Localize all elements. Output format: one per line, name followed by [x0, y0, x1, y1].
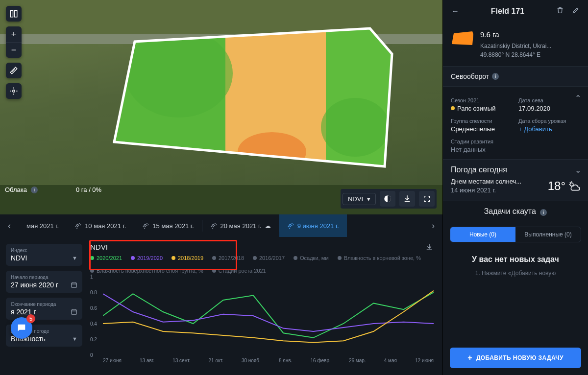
info-icon[interactable]: i — [540, 209, 547, 216]
tab-done-tasks[interactable]: Выполненные (0) — [515, 227, 581, 242]
chart-download-button[interactable] — [425, 243, 434, 254]
edit-button[interactable] — [570, 6, 581, 16]
date-item[interactable]: 15 мая 2021 г. — [134, 214, 201, 237]
sowing-date: 17.09.2020 — [518, 105, 580, 112]
date-item[interactable]: мая 2021 г. — [19, 214, 67, 237]
measure-button[interactable] — [6, 63, 22, 78]
svg-marker-16 — [452, 31, 473, 45]
date-item[interactable]: 10 мая 2021 г. — [67, 214, 134, 237]
cloud-icon: ☁ — [265, 222, 271, 230]
weather-block: Погода сегодня ⌄ Днем местами солнеч... … — [443, 159, 588, 201]
info-icon[interactable]: i — [31, 187, 38, 193]
sidebar: ← Field 171 9.6 га Kazatinskiy District,… — [442, 0, 588, 375]
period-start-select[interactable]: Начало периода 27 июня 2020 г — [6, 271, 82, 293]
weather-heading: Погода сегодня — [451, 165, 507, 174]
svg-rect-11 — [15, 10, 17, 17]
tab-new-tasks[interactable]: Новые (0) — [450, 227, 515, 242]
chat-badge: 5 — [26, 314, 35, 323]
map-toolbar: + − — [6, 6, 22, 99]
chevron-down-icon: ▼ — [72, 255, 77, 261]
empty-title: У вас нет новых задач — [451, 255, 580, 264]
info-icon[interactable]: i — [492, 73, 499, 80]
field-coords: 49.8880° N 28.8644° E — [480, 50, 551, 59]
scout-block: Задачи скаута i — [443, 201, 588, 222]
index-select[interactable]: Индекс NDVI▼ — [6, 244, 82, 266]
chart-canvas[interactable]: 00.20.40.60.81 27 июня13 авг.13 сент.21 … — [90, 277, 434, 365]
date-label: 10 мая 2021 г. — [85, 222, 126, 230]
field-shape-icon — [451, 29, 474, 47]
locate-button[interactable] — [6, 83, 22, 99]
legend-item[interactable]: 2020/2021 — [90, 255, 122, 261]
cloud-cover-bar: Облака i 0 га / 0% — [5, 186, 101, 193]
svg-point-17 — [570, 183, 573, 186]
date-label: 20 мая 2021 г. — [220, 222, 262, 230]
sidebar-header: ← Field 171 — [443, 0, 588, 23]
date-prev[interactable]: ‹ — [0, 214, 19, 237]
layer-controls: NDVI ▾ — [341, 189, 437, 209]
legend-item[interactable]: 2018/2019 — [172, 255, 203, 261]
weather-date: 14 июня 2021 г. — [451, 186, 521, 195]
field-district: Kazatinskiy District, Ukrai... — [480, 42, 551, 50]
legend-item[interactable]: 2019/2020 — [131, 255, 163, 261]
chart-title: NDVI — [90, 243, 434, 251]
legend-item[interactable]: Влажность поверхностного слоя грунта, % — [90, 268, 203, 274]
empty-hint: 1. Нажмите «Добавить новую — [451, 270, 580, 277]
growth-stage: Нет данных — [451, 146, 580, 153]
date-strip: ‹ мая 2021 г. 10 мая 2021 г. 15 мая 2021… — [0, 214, 442, 237]
zoom-out-button[interactable]: − — [6, 42, 22, 58]
scout-heading: Задачи скаута — [484, 207, 536, 215]
empty-tasks: У вас нет новых задач 1. Нажмите «Добави… — [443, 242, 588, 280]
maturity-group: Среднеспелые — [451, 125, 513, 133]
crop-rotation-block: Севооборот i — [443, 66, 588, 86]
delete-button[interactable] — [555, 6, 565, 16]
svg-rect-15 — [72, 310, 77, 314]
season-block: ⌃ Сезон 2021 Рапс озимый Дата сева 17.09… — [443, 86, 588, 159]
chart-controls: Индекс NDVI▼ Начало периода 27 июня 2020… — [0, 237, 88, 375]
field-title: Field 171 — [466, 7, 550, 16]
legend-item[interactable]: 2016/2017 — [253, 255, 285, 261]
weather-desc: Днем местами солнеч... — [451, 177, 521, 186]
legend-item[interactable]: Осадки, мм — [294, 255, 329, 261]
zoom-in-button[interactable]: + — [6, 26, 22, 42]
crop-color-dot — [451, 106, 455, 110]
legend-item[interactable]: 2017/2018 — [212, 255, 244, 261]
split-view-button[interactable] — [6, 6, 22, 22]
svg-point-12 — [13, 90, 15, 93]
svg-point-8 — [321, 98, 390, 157]
date-label: 15 мая 2021 г. — [152, 222, 194, 230]
field-polygon[interactable] — [110, 24, 399, 176]
layer-select[interactable]: NDVI ▾ — [343, 193, 376, 205]
collapse-button[interactable]: ⌃ — [575, 94, 581, 103]
date-item[interactable]: 20 мая 2021 г. ☁ — [202, 214, 279, 237]
chart-panel: Индекс NDVI▼ Начало периода 27 июня 2020… — [0, 237, 442, 375]
svg-point-4 — [238, 132, 306, 171]
map[interactable]: + − Облака i 0 га / 0% NDVI ▾ — [0, 0, 442, 214]
contrast-button[interactable] — [380, 191, 395, 207]
date-item[interactable]: 9 июня 2021 г. — [279, 214, 347, 237]
weather-temp: 18° — [548, 179, 580, 193]
add-task-button[interactable]: + ДОБАВИТЬ НОВУЮ ЗАДАЧУ — [450, 348, 581, 368]
cloud-value: 0 га / 0% — [76, 186, 101, 193]
fullscreen-button[interactable] — [419, 191, 435, 207]
legend-item[interactable]: Влажность в корневой зоне, % — [338, 255, 421, 261]
back-button[interactable]: ← — [450, 7, 461, 16]
scout-tabs: Новые (0) Выполненные (0) — [450, 227, 581, 242]
chevron-down-icon: ▾ — [367, 195, 370, 203]
crop-name: Рапс озимый — [457, 105, 495, 112]
chart-legend: 2020/20212019/20202018/20192017/20182016… — [90, 255, 434, 274]
download-button[interactable] — [399, 191, 415, 207]
period-end-select[interactable]: Окончание периода я 2021 г — [6, 298, 82, 320]
chevron-down-icon: ▼ — [72, 336, 77, 342]
date-label: мая 2021 г. — [26, 222, 59, 230]
add-harvest-date[interactable]: + Добавить — [518, 125, 580, 133]
field-info: 9.6 га Kazatinskiy District, Ukrai... 49… — [443, 23, 588, 66]
layer-value: NDVI — [348, 195, 363, 203]
expand-button[interactable]: ⌄ — [575, 165, 581, 175]
legend-item[interactable]: Стадии роста 2021 — [212, 268, 266, 274]
plus-icon: + — [467, 353, 472, 362]
svg-point-5 — [243, 154, 272, 174]
date-label: 9 июня 2021 г. — [297, 222, 339, 230]
date-next[interactable]: › — [424, 214, 442, 237]
rotation-heading: Севооборот — [451, 72, 489, 80]
chart-area: NDVI 2020/20212019/20202018/20192017/201… — [88, 237, 442, 375]
